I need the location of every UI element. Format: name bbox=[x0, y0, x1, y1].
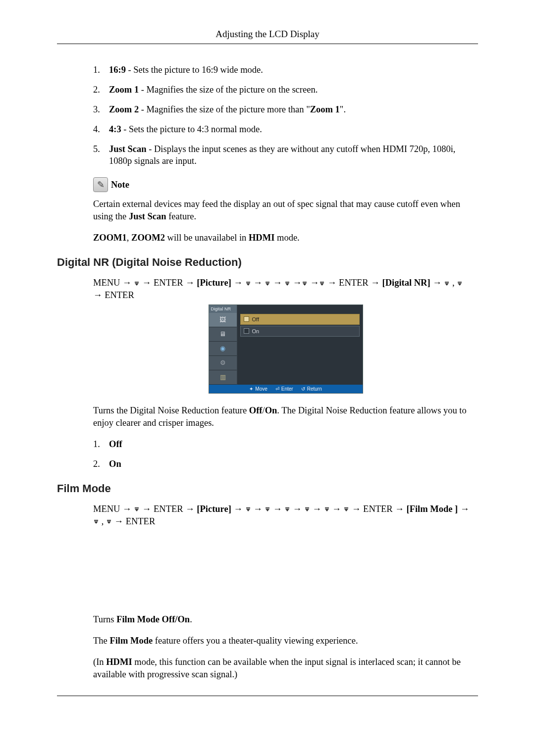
down-icon bbox=[245, 281, 251, 286]
list-item: 4. 4:3 - Sets the picture to 4:3 normal … bbox=[93, 123, 478, 136]
down-icon bbox=[343, 507, 349, 512]
item-number: 1. bbox=[93, 64, 109, 76]
nav-text: → ENTER → bbox=[140, 504, 197, 514]
osd-sidebar-item-input: 🖥 bbox=[209, 327, 237, 342]
picture-size-list: 1. 16:9 - Sets the picture to 16:9 wide … bbox=[93, 64, 478, 168]
header-rule bbox=[57, 44, 478, 44]
item-label: On bbox=[109, 459, 121, 469]
down-icon bbox=[265, 281, 270, 286]
item-number: 5. bbox=[93, 143, 109, 168]
osd-footer-move: ✦ Move bbox=[249, 386, 267, 393]
down-icon bbox=[304, 507, 310, 512]
item-desc-bold: Zoom 1 bbox=[310, 104, 340, 114]
nav-text: MENU → bbox=[93, 278, 134, 288]
down-icon bbox=[265, 507, 270, 512]
item-body: On bbox=[109, 458, 478, 470]
text-bold: Film Mode Off/On bbox=[116, 614, 190, 624]
digital-nr-nav-path: MENU → → ENTER → [Picture] → → → → → → E… bbox=[93, 277, 478, 302]
list-item: 3. Zoom 2 - Magnifies the size of the pi… bbox=[93, 103, 478, 116]
heading-text: Digital NR (Digital Noise Reduction) bbox=[57, 255, 242, 270]
film-mode-nav-path: MENU → → ENTER → [Picture] → → → → → → →… bbox=[93, 503, 478, 528]
list-item: 2. Zoom 1 - Magnifies the size of the pi… bbox=[93, 84, 478, 96]
osd-main-panel: Off On bbox=[237, 305, 363, 385]
text-bold: HDMI bbox=[106, 657, 132, 667]
text: feature. bbox=[166, 211, 197, 221]
page-header-title: Adjusting the LCD Display bbox=[57, 28, 478, 41]
nav-text: → ENTER → bbox=[325, 278, 382, 288]
item-body: 4:3 - Sets the picture to 4:3 normal mod… bbox=[109, 123, 478, 136]
footer-rule bbox=[57, 696, 478, 696]
item-desc: - Sets the picture to 4:3 normal mode. bbox=[121, 124, 262, 134]
text-bold: Off bbox=[249, 405, 263, 415]
nav-text: → bbox=[231, 504, 245, 514]
nav-text: → ENTER bbox=[112, 516, 155, 526]
item-label: 16:9 bbox=[109, 65, 126, 75]
text: , bbox=[127, 233, 131, 243]
osd-footer-enter: ⏎ Enter bbox=[275, 386, 293, 393]
radio-icon bbox=[244, 328, 249, 334]
down-icon bbox=[444, 281, 450, 286]
digital-nr-desc: Turns the Digital Noise Reduction featur… bbox=[93, 404, 478, 429]
text: mode, this function can be available whe… bbox=[93, 657, 461, 679]
text: mode. bbox=[274, 233, 299, 243]
heading-text: Film Mode bbox=[57, 481, 111, 496]
nav-bold: [Picture] bbox=[197, 504, 231, 514]
list-item: 1. Off bbox=[93, 438, 478, 451]
osd-placeholder-gap bbox=[93, 530, 478, 613]
down-icon bbox=[106, 519, 112, 524]
list-item: 1. 16:9 - Sets the picture to 16:9 wide … bbox=[93, 64, 478, 76]
nav-text: → bbox=[430, 278, 444, 288]
nav-text: MENU → bbox=[93, 504, 134, 514]
text: Turns bbox=[93, 614, 116, 624]
item-label: 4:3 bbox=[109, 124, 121, 134]
item-number: 2. bbox=[93, 458, 109, 470]
osd-screenshot: Digital NR 🖼 🖥 ◉ ⚙ ▥ Off On bbox=[209, 304, 363, 394]
item-body: Off bbox=[109, 438, 478, 451]
nav-bold: [Film Mode ] bbox=[406, 504, 458, 514]
item-number: 4. bbox=[93, 123, 109, 136]
film-mode-line3: (In HDMI mode, this function can be avai… bbox=[93, 656, 478, 681]
item-desc-post: ". bbox=[340, 104, 346, 114]
nav-bold: [Digital NR] bbox=[382, 278, 430, 288]
text-bold: ZOOM1 bbox=[93, 233, 127, 243]
film-mode-line2: The Film Mode feature offers you a theat… bbox=[93, 635, 478, 647]
osd-option-label: On bbox=[252, 328, 260, 335]
film-mode-line1: Turns Film Mode Off/On. bbox=[93, 613, 478, 626]
nav-text: → ENTER → bbox=[140, 278, 197, 288]
item-body: 16:9 - Sets the picture to 16:9 wide mod… bbox=[109, 64, 478, 76]
text: Turns the Digital Noise Reduction featur… bbox=[93, 405, 249, 415]
text: will be unavailabel in bbox=[165, 233, 249, 243]
text: The bbox=[93, 636, 109, 646]
note-header: ✎ Note bbox=[93, 177, 478, 192]
note-paragraph-1: Certain external devices may feed the di… bbox=[93, 198, 478, 223]
osd-sidebar-item-setup: ⚙ bbox=[209, 356, 237, 370]
item-body: Zoom 2 - Magnifies the size of the pictu… bbox=[109, 103, 478, 116]
osd-footer: ✦ Move ⏎ Enter ↺ Return bbox=[209, 385, 363, 393]
down-icon bbox=[284, 281, 290, 286]
item-desc: - Magnifies the size of the picture on t… bbox=[139, 85, 318, 95]
note-pencil-icon: ✎ bbox=[93, 177, 108, 192]
availability-badge-icon: A bbox=[115, 484, 125, 494]
nav-text: → bbox=[458, 504, 469, 514]
osd-option-label: Off bbox=[252, 316, 259, 323]
note-paragraph-2: ZOOM1, ZOOM2 will be unavailabel in HDMI… bbox=[93, 232, 478, 244]
text-bold: HDMI bbox=[249, 233, 274, 243]
text: (In bbox=[93, 657, 106, 667]
down-icon bbox=[245, 507, 251, 512]
item-label: Zoom 2 bbox=[109, 104, 139, 114]
osd-footer-return: ↺ Return bbox=[301, 386, 322, 393]
text: Enter bbox=[281, 386, 293, 393]
item-body: Zoom 1 - Magnifies the size of the pictu… bbox=[109, 84, 478, 96]
nav-text: → bbox=[231, 278, 245, 288]
osd-sidebar-title: Digital NR bbox=[209, 305, 237, 313]
down-icon bbox=[324, 507, 330, 512]
text: Move bbox=[255, 386, 267, 393]
nav-text: , bbox=[450, 278, 457, 288]
note-label: Note bbox=[111, 179, 129, 191]
item-number: 3. bbox=[93, 103, 109, 116]
item-desc-pre: - Magnifies the size of the picture more… bbox=[139, 104, 310, 114]
text-bold: ZOOM2 bbox=[131, 233, 165, 243]
item-label: Off bbox=[109, 439, 122, 449]
down-icon bbox=[134, 281, 140, 286]
text-bold: Just Scan bbox=[129, 211, 166, 221]
